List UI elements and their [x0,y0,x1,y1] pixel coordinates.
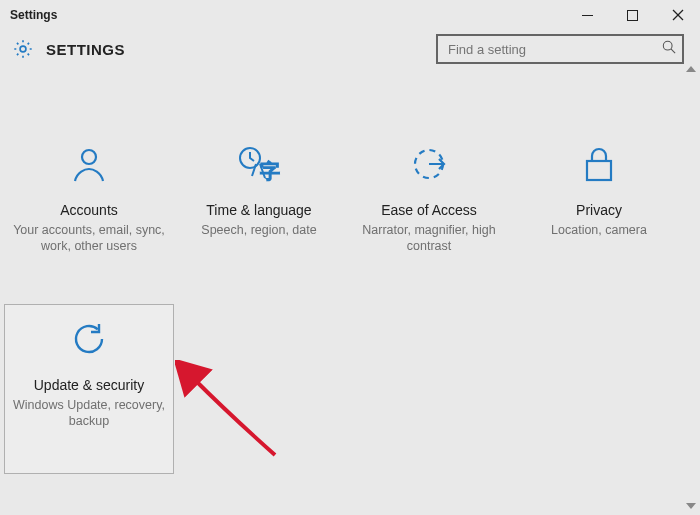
minimize-icon [582,10,593,21]
titlebar: Settings [0,0,700,30]
tile-title: Update & security [34,377,145,393]
svg-line-6 [671,49,675,53]
tile-title: Ease of Access [381,202,477,218]
window-title: Settings [10,8,57,22]
maximize-icon [627,10,638,21]
svg-point-5 [663,41,672,50]
svg-rect-11 [587,161,611,180]
search-icon [662,40,676,58]
settings-grid: Accounts Your accounts, email, sync, wor… [4,130,700,474]
update-security-icon [68,315,110,363]
search-container [436,34,684,64]
privacy-icon [581,140,617,188]
svg-point-4 [20,46,26,52]
tile-desc: Narrator, magnifier, high contrast [352,222,506,255]
tile-update-security[interactable]: Update & security Windows Update, recove… [4,304,174,474]
content-area: Accounts Your accounts, email, sync, wor… [0,80,700,474]
header: SETTINGS [0,30,700,80]
tile-time-language[interactable]: 字 Time & language Speech, region, date [174,130,344,300]
scrollbar[interactable] [682,60,700,515]
chevron-up-icon [686,66,696,72]
accounts-icon [69,140,109,188]
tile-desc: Speech, region, date [201,222,316,238]
tile-desc: Your accounts, email, sync, work, other … [12,222,166,255]
chevron-down-icon [686,503,696,509]
svg-point-7 [82,150,96,164]
scroll-down-button[interactable] [682,497,700,515]
tile-desc: Windows Update, recovery, backup [13,397,165,430]
window-controls [565,0,700,30]
tile-accounts[interactable]: Accounts Your accounts, email, sync, wor… [4,130,174,300]
tile-desc: Location, camera [551,222,647,238]
tile-ease-of-access[interactable]: Ease of Access Narrator, magnifier, high… [344,130,514,300]
tile-title: Privacy [576,202,622,218]
close-icon [672,9,684,21]
tile-title: Accounts [60,202,118,218]
minimize-button[interactable] [565,0,610,30]
svg-rect-1 [628,10,638,20]
ease-of-access-icon [408,140,450,188]
page-title: SETTINGS [46,41,125,58]
scroll-up-button[interactable] [682,60,700,78]
tile-privacy[interactable]: Privacy Location, camera [514,130,684,300]
gear-icon [12,38,34,60]
tile-title: Time & language [206,202,311,218]
close-button[interactable] [655,0,700,30]
search-input[interactable] [436,34,684,64]
maximize-button[interactable] [610,0,655,30]
time-language-icon: 字 [236,140,282,188]
